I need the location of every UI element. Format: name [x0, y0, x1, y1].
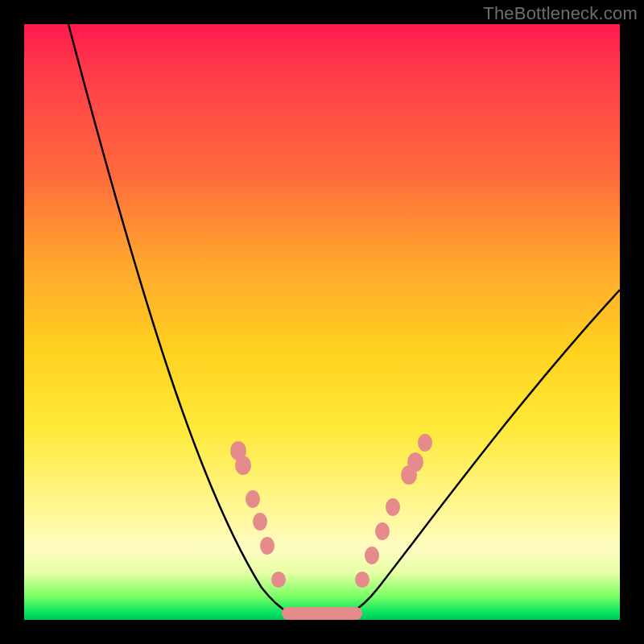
marker-right-0 [355, 572, 369, 588]
plot-area [24, 24, 620, 620]
marker-bottom-band [282, 607, 362, 620]
marker-right-2 [375, 522, 390, 540]
bottleneck-curve [68, 24, 620, 620]
marker-left-1 [235, 456, 251, 475]
marker-left-3 [253, 513, 267, 530]
marker-right-1 [365, 547, 379, 564]
marker-left-4 [260, 537, 275, 555]
marker-right-5 [407, 452, 423, 472]
marker-left-5 [271, 572, 286, 588]
marker-right-3 [386, 498, 400, 516]
curve-svg [24, 24, 620, 620]
chart-frame: TheBottleneck.com [0, 0, 644, 644]
watermark-text: TheBottleneck.com [483, 3, 638, 24]
marker-left-2 [246, 490, 260, 508]
marker-right-6 [418, 434, 432, 452]
